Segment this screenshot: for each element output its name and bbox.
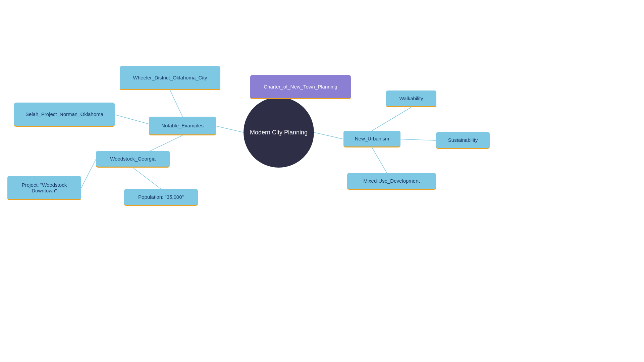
mixed-use-label: Mixed-Use_Development [363, 178, 420, 184]
center-node-label: Modern City Planning [250, 129, 308, 136]
walkability-node[interactable]: Walkability [386, 90, 436, 107]
selah-node[interactable]: Selah_Project_Norman_Oklahoma [14, 103, 115, 127]
svg-line-7 [133, 168, 161, 189]
selah-label: Selah_Project_Norman_Oklahoma [25, 111, 103, 117]
population-label: Population: "35,000" [138, 194, 184, 200]
svg-line-8 [372, 107, 411, 131]
mind-map-canvas: Modern City Planning Notable_Examples Wh… [0, 0, 644, 362]
population-node[interactable]: Population: "35,000" [124, 189, 198, 206]
svg-line-3 [170, 90, 182, 117]
mixed-use-node[interactable]: Mixed-Use_Development [347, 173, 436, 190]
project-woodstock-node[interactable]: Project: "Woodstock Downtown" [7, 176, 81, 200]
sustainability-node[interactable]: Sustainability [436, 132, 490, 149]
new-urbanism-node[interactable]: New_Urbanism [343, 131, 400, 147]
charter-node[interactable]: Charter_of_New_Town_Planning [250, 75, 351, 99]
woodstock-georgia-label: Woodstock_Georgia [110, 156, 156, 162]
svg-line-2 [314, 132, 343, 139]
walkability-label: Walkability [399, 96, 423, 101]
wheeler-label: Wheeler_District_Oklahoma_City [133, 75, 207, 80]
notable-examples-label: Notable_Examples [161, 123, 204, 128]
svg-line-4 [115, 115, 149, 124]
charter-label: Charter_of_New_Town_Planning [264, 84, 337, 89]
project-woodstock-label: Project: "Woodstock Downtown" [12, 182, 76, 193]
svg-line-0 [216, 126, 244, 132]
woodstock-georgia-node[interactable]: Woodstock_Georgia [96, 151, 170, 168]
sustainability-label: Sustainability [448, 137, 478, 143]
new-urbanism-label: New_Urbanism [355, 136, 389, 141]
connections-layer [0, 0, 644, 362]
wheeler-node[interactable]: Wheeler_District_Oklahoma_City [120, 66, 220, 90]
center-node[interactable]: Modern City Planning [244, 97, 314, 168]
notable-examples-node[interactable]: Notable_Examples [149, 117, 216, 135]
svg-line-9 [400, 139, 436, 140]
svg-line-6 [81, 159, 96, 188]
